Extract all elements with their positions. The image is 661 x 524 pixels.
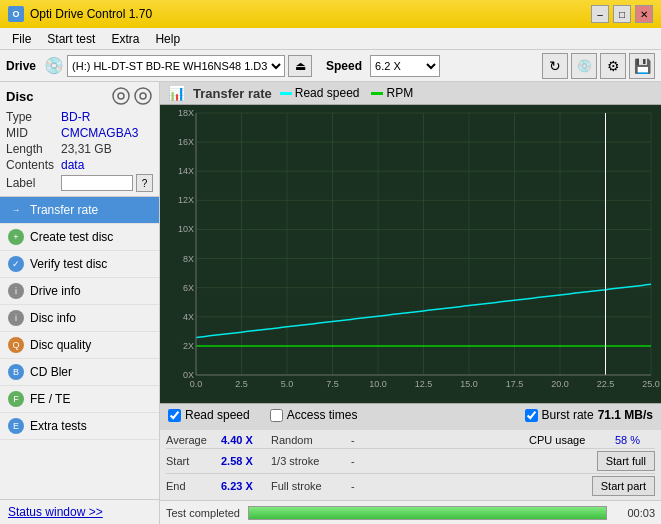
progress-area: Test completed 00:03 [160, 500, 661, 524]
maximize-button[interactable]: □ [613, 5, 631, 23]
nav-drive-info[interactable]: i Drive info [0, 278, 159, 305]
drive-icon-buttons: ↻ 💿 ⚙ 💾 [542, 53, 655, 79]
checkbox-access-times-label: Access times [287, 408, 358, 422]
nav-label-create: Create test disc [30, 230, 113, 244]
progress-time: 00:03 [615, 507, 655, 519]
stat-label-random: Random [271, 434, 351, 446]
disc-key-type: Type [6, 110, 61, 124]
stat-label-average: Average [166, 434, 221, 446]
disc-row-contents: Contents data [6, 158, 153, 172]
disc-title: Disc [6, 89, 33, 104]
legend-rpm: RPM [371, 86, 413, 100]
disc-val-mid: CMCMAGBA3 [61, 126, 138, 140]
nav-icon-bler: B [8, 364, 24, 380]
start-part-button[interactable]: Start part [592, 476, 655, 496]
chart-canvas [160, 105, 661, 403]
disc-val-contents: data [61, 158, 84, 172]
drive-icon: 💿 [44, 56, 64, 75]
legend-dot-rpm [371, 92, 383, 95]
nav-icon-fete: F [8, 391, 24, 407]
nav-icon-quality: Q [8, 337, 24, 353]
title-bar-controls: – □ ✕ [591, 5, 653, 23]
stat-val-stroke13: - [351, 455, 597, 467]
disc-row-mid: MID CMCMAGBA3 [6, 126, 153, 140]
checkbox-read-speed-label: Read speed [185, 408, 250, 422]
nav-label-quality: Disc quality [30, 338, 91, 352]
disc-key-label: Label [6, 176, 58, 190]
nav-create-test-disc[interactable]: + Create test disc [0, 224, 159, 251]
drive-label: Drive [6, 59, 36, 73]
progress-bar-inner [249, 507, 606, 519]
nav-icon-create: + [8, 229, 24, 245]
svg-point-1 [118, 93, 124, 99]
svg-point-3 [140, 93, 146, 99]
right-panel: 📊 Transfer rate Read speed RPM [160, 82, 661, 524]
drive-select[interactable]: (H:) HL-DT-ST BD-RE WH16NS48 1.D3 [67, 55, 285, 77]
burst-rate-value: 71.1 MB/s [598, 408, 653, 422]
nav-icon-disc: i [8, 310, 24, 326]
disc-key-contents: Contents [6, 158, 61, 172]
disc-label-row: Label ? [6, 174, 153, 192]
disc-icon-1 [111, 86, 131, 106]
chart-icon: 📊 [168, 85, 185, 101]
nav-icon-transfer: → [8, 202, 24, 218]
menu-extra[interactable]: Extra [103, 30, 147, 48]
nav-transfer-rate[interactable]: → Transfer rate [0, 197, 159, 224]
nav-label-disc: Disc info [30, 311, 76, 325]
eject-button[interactable]: ⏏ [288, 55, 312, 77]
nav-label-transfer: Transfer rate [30, 203, 98, 217]
nav-label-drive: Drive info [30, 284, 81, 298]
checkbox-read-speed-input[interactable] [168, 409, 181, 422]
chart-title: Transfer rate [193, 86, 272, 101]
nav-label-extra: Extra tests [30, 419, 87, 433]
progress-label: Test completed [166, 507, 240, 519]
disc-icon-2 [133, 86, 153, 106]
nav-cd-bler[interactable]: B CD Bler [0, 359, 159, 386]
menu-file[interactable]: File [4, 30, 39, 48]
disc-icons [111, 86, 153, 106]
menu-help[interactable]: Help [147, 30, 188, 48]
nav-fe-te[interactable]: F FE / TE [0, 386, 159, 413]
legend-rpm-label: RPM [386, 86, 413, 100]
progress-bar-outer [248, 506, 607, 520]
minimize-button[interactable]: – [591, 5, 609, 23]
speed-select[interactable]: 6.2 X [370, 55, 440, 77]
stats-row-average: Average 4.40 X Random - CPU usage 58 % [166, 432, 655, 449]
nav-disc-info[interactable]: i Disc info [0, 305, 159, 332]
disc-label-input[interactable] [61, 175, 133, 191]
nav-disc-quality[interactable]: Q Disc quality [0, 332, 159, 359]
stat-label-cpu: CPU usage [529, 434, 609, 446]
disc-section: Disc Type BD-R MID CMCMAGBA3 L [0, 82, 159, 197]
nav-icon-extra: E [8, 418, 24, 434]
disc-key-mid: MID [6, 126, 61, 140]
refresh-button[interactable]: ↻ [542, 53, 568, 79]
menu-start-test[interactable]: Start test [39, 30, 103, 48]
stat-label-stroke13: 1/3 stroke [271, 455, 351, 467]
nav-extra-tests[interactable]: E Extra tests [0, 413, 159, 440]
legend-read-label: Read speed [295, 86, 360, 100]
start-full-button[interactable]: Start full [597, 451, 655, 471]
checkbox-burst-rate: Burst rate 71.1 MB/s [525, 408, 653, 422]
stat-val-random: - [351, 434, 529, 446]
label-info-button[interactable]: ? [136, 174, 153, 192]
save-button[interactable]: 💾 [629, 53, 655, 79]
disc-val-type: BD-R [61, 110, 90, 124]
disc-row-type: Type BD-R [6, 110, 153, 124]
nav-icon-drive: i [8, 283, 24, 299]
disc-button[interactable]: 💿 [571, 53, 597, 79]
checkbox-row: Read speed Access times Burst rate 71.1 … [168, 408, 653, 422]
title-bar-title: Opti Drive Control 1.70 [30, 7, 152, 21]
nav-icon-verify: ✓ [8, 256, 24, 272]
status-window-button[interactable]: Status window >> [0, 499, 159, 524]
checkbox-burst-rate-input[interactable] [525, 409, 538, 422]
close-button[interactable]: ✕ [635, 5, 653, 23]
stat-right-startfull: Start full [597, 451, 655, 471]
nav-verify-test-disc[interactable]: ✓ Verify test disc [0, 251, 159, 278]
stat-val-end: 6.23 X [221, 480, 271, 492]
settings-button[interactable]: ⚙ [600, 53, 626, 79]
legend-dot-read [280, 92, 292, 95]
stat-val-fullstroke: - [351, 480, 592, 492]
speed-label: Speed [326, 59, 362, 73]
checkbox-access-times-input[interactable] [270, 409, 283, 422]
disc-row-length: Length 23,31 GB [6, 142, 153, 156]
